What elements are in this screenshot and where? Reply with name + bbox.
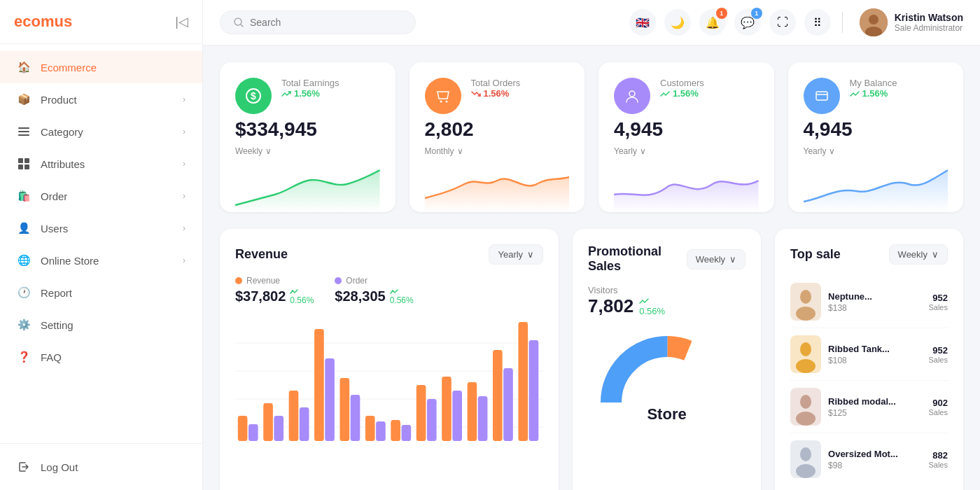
svg-rect-43	[518, 322, 528, 441]
orders-chart	[425, 163, 570, 212]
setting-icon: ⚙️	[17, 318, 31, 332]
stat-card-balance: My Balance 1.56% 4,945 Yearly ∨	[788, 62, 964, 212]
sale-count: 882	[928, 450, 948, 461]
svg-rect-16	[816, 92, 827, 100]
customers-label: Customers	[660, 78, 759, 88]
attributes-icon	[17, 157, 31, 171]
sale-name: Ribbed modal...	[828, 396, 921, 407]
revenue-bar-chart	[235, 315, 543, 441]
topbar-divider	[842, 12, 843, 33]
fullscreen-button[interactable]: ⛶	[769, 9, 796, 36]
chevron-down-icon: ∨	[729, 254, 736, 265]
chevron-down-icon: ∨	[932, 249, 939, 260]
sidebar-item-ecommerce[interactable]: 🏠 Ecommerce	[0, 51, 202, 83]
sale-thumbnail	[790, 283, 821, 321]
stat-card-earnings: $ Total Earnings 1.56% $334,945 Weekly ∨	[220, 62, 396, 212]
sale-thumbnail	[790, 440, 821, 478]
svg-rect-39	[468, 382, 477, 441]
sale-name: Oversized Mot...	[828, 449, 921, 459]
orders-value: 2,802	[425, 118, 570, 141]
chevron-right-icon: ›	[183, 127, 186, 136]
notifications-button[interactable]: 🔔 1	[699, 9, 726, 36]
home-icon: 🏠	[17, 60, 31, 74]
search-box[interactable]	[220, 10, 416, 34]
balance-chart	[804, 163, 948, 212]
bottom-row: Revenue Yearly ∨ Revenue $37,802	[220, 229, 963, 490]
order-icon: 🛍️	[17, 189, 31, 203]
svg-rect-40	[478, 396, 488, 441]
chevron-right-icon: ›	[183, 94, 186, 104]
customers-period[interactable]: Yearly ∨	[614, 146, 759, 156]
customers-pct: 1.56%	[660, 88, 759, 99]
revenue-period-select[interactable]: Yearly ∨	[489, 244, 543, 265]
sidebar-item-report[interactable]: 🕐 Report	[0, 276, 202, 309]
orders-period[interactable]: Monthly ∨	[425, 146, 570, 156]
sale-price: $98	[828, 461, 921, 470]
grid-icon: ⠿	[813, 16, 822, 29]
topsale-period-select[interactable]: Weekly ∨	[889, 244, 948, 265]
svg-rect-1	[18, 131, 29, 132]
svg-point-61	[796, 464, 816, 478]
sidebar-item-label: Attributes	[41, 158, 85, 170]
trending-up-icon	[281, 89, 291, 99]
chevron-down-icon: ∨	[527, 249, 534, 260]
earnings-period[interactable]: Weekly ∨	[235, 146, 380, 156]
svg-point-57	[800, 395, 811, 409]
sidebar-item-label: Setting	[41, 319, 74, 331]
sidebar-item-logout[interactable]: Log Out	[0, 451, 202, 483]
sidebar-toggle[interactable]: |◁	[175, 14, 188, 29]
theme-toggle[interactable]: 🌙	[664, 9, 691, 36]
topsale-title: Top sale	[790, 247, 841, 262]
grid-button[interactable]: ⠿	[804, 9, 831, 36]
sidebar-item-online-store[interactable]: 🌐 Online Store ›	[0, 244, 202, 276]
order-dot	[335, 277, 342, 284]
avatar	[860, 8, 888, 36]
sale-info: Neptune... $138	[828, 291, 921, 313]
balance-icon	[804, 78, 840, 114]
svg-point-14	[445, 101, 447, 103]
trending-up-icon	[850, 89, 860, 99]
sidebar-item-attributes[interactable]: Attributes ›	[0, 148, 202, 180]
svg-rect-29	[340, 378, 349, 441]
sidebar-item-label: Product	[41, 94, 77, 106]
balance-period[interactable]: Yearly ∨	[804, 146, 948, 156]
svg-rect-27	[314, 329, 324, 441]
flag-icon: 🇬🇧	[636, 16, 650, 29]
report-icon: 🕐	[17, 286, 31, 300]
sidebar-item-label: Log Out	[41, 461, 78, 473]
search-input[interactable]	[250, 17, 390, 28]
svg-rect-44	[529, 340, 539, 441]
trending-down-icon	[471, 89, 481, 99]
svg-rect-0	[18, 127, 29, 129]
svg-rect-28	[325, 358, 335, 441]
faq-icon: ❓	[17, 350, 31, 364]
user-profile[interactable]: Kristin Watson Sale Administrator	[860, 8, 963, 36]
balance-value: 4,945	[804, 118, 948, 141]
sidebar-item-order[interactable]: 🛍️ Order ›	[0, 180, 202, 212]
earnings-pct: 1.56%	[281, 88, 380, 99]
up-icon	[290, 287, 298, 295]
messages-button[interactable]: 💬 1	[734, 9, 761, 36]
svg-rect-37	[442, 377, 451, 441]
up-icon	[639, 296, 649, 306]
sidebar-footer: Log Out	[0, 443, 202, 490]
language-selector[interactable]: 🇬🇧	[629, 9, 656, 36]
svg-rect-6	[24, 164, 29, 169]
promotional-card: Promotional Sales Weekly ∨ Visitors 7,80…	[573, 229, 761, 490]
sale-count-block: 882 Sales	[928, 450, 948, 469]
sidebar-item-users[interactable]: 👤 Users ›	[0, 212, 202, 244]
sidebar-item-label: Ecommerce	[41, 62, 97, 74]
sale-price: $108	[828, 356, 921, 365]
svg-rect-33	[391, 420, 400, 441]
sidebar-item-category[interactable]: Category ›	[0, 115, 202, 148]
sidebar-item-product[interactable]: 📦 Product ›	[0, 83, 202, 115]
sidebar-nav: 🏠 Ecommerce 📦 Product › Category	[0, 44, 202, 443]
sidebar-item-faq[interactable]: ❓ FAQ	[0, 341, 202, 373]
promo-period-select[interactable]: Weekly ∨	[687, 249, 746, 270]
revenue-dot	[235, 277, 242, 284]
logout-icon	[17, 460, 31, 474]
logo-prefix: e	[14, 13, 22, 30]
svg-rect-31	[365, 416, 375, 441]
sidebar-item-setting[interactable]: ⚙️ Setting	[0, 309, 202, 341]
up-icon	[390, 287, 398, 295]
